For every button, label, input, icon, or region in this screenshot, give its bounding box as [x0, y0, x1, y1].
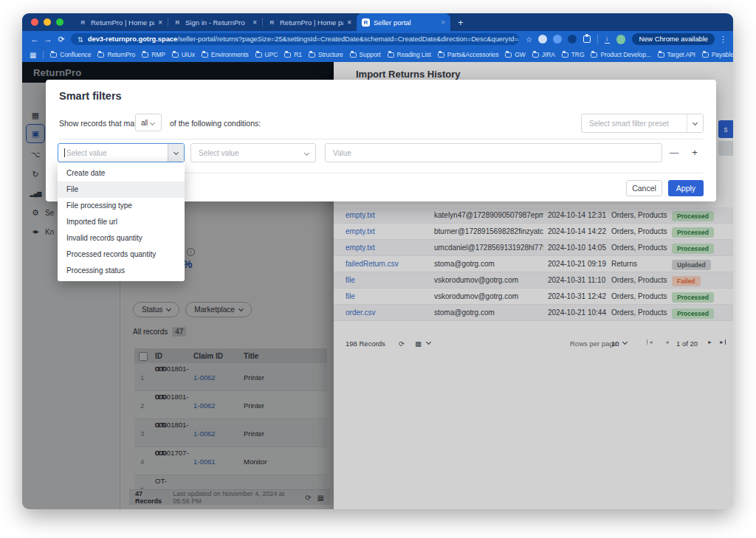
bookmark-parts-accessories[interactable]: Parts&Accessories	[438, 51, 499, 58]
bookmark-environments[interactable]: Environments	[202, 51, 249, 58]
bookmark-star-icon[interactable]: ☆	[526, 35, 532, 44]
bookmark-jira[interactable]: JIRA	[532, 51, 555, 58]
tab-favicon: R	[79, 18, 87, 27]
folder-icon	[284, 52, 291, 58]
bookmark-payable[interactable]: Payable	[702, 51, 733, 58]
url-path: /seller-portal/returns?pageSize=25&setti…	[177, 35, 519, 43]
folder-icon	[702, 52, 709, 58]
folder-icon	[142, 52, 148, 58]
bookmark-r1[interactable]: R1	[284, 51, 302, 58]
condition-field-select[interactable]: Select value	[58, 143, 185, 162]
extension-icon[interactable]	[538, 35, 547, 44]
dropdown-item-invalid-records-quantity[interactable]: Invalid records quantity	[58, 230, 185, 246]
match-suffix-text: of the following conditions:	[170, 119, 261, 128]
modal-title: Smart filters	[59, 90, 122, 102]
tab-title: Seller portal	[374, 18, 437, 27]
tab-close-icon[interactable]: ×	[158, 18, 162, 27]
dropdown-item-create-date[interactable]: Create date	[58, 165, 185, 182]
tab-title: ReturnPro | Home page	[280, 18, 343, 27]
folder-icon	[202, 52, 208, 58]
tab-title: Sign in - ReturnPro	[185, 18, 249, 27]
field-placeholder: Select value	[65, 149, 168, 157]
dropdown-item-imported-file-url[interactable]: Imported file url	[58, 214, 185, 230]
minimize-window-icon[interactable]	[44, 18, 51, 26]
folder-icon	[505, 52, 512, 58]
extensions-puzzle-icon[interactable]	[583, 35, 591, 43]
browser-menu-icon[interactable]: ⋮	[719, 35, 727, 44]
downloads-icon[interactable]: ↓	[605, 35, 610, 44]
profile-avatar[interactable]	[616, 35, 626, 44]
folder-icon	[658, 52, 664, 58]
add-condition-button[interactable]: +	[689, 144, 701, 160]
chevron-down-icon	[687, 114, 703, 132]
condition-operator-select[interactable]: Select value	[190, 143, 316, 162]
tab-title: ReturnPro | Home page	[91, 18, 154, 27]
tab-returnpro-home-1[interactable]: R ReturnPro | Home page ×	[74, 13, 168, 31]
address-bar[interactable]: ⇅ dev3-returnpro.gotrg.space/seller-port…	[71, 33, 519, 45]
folder-icon	[388, 52, 394, 58]
bookmark-reading-list[interactable]: Reading List	[388, 51, 431, 58]
tab-returnpro-home-2[interactable]: R ReturnPro | Home page ×	[263, 13, 357, 31]
new-tab-button[interactable]: +	[458, 17, 464, 28]
bookmark-support[interactable]: Support	[350, 51, 381, 58]
bookmark-product-develop[interactable]: Product Develop...	[591, 51, 650, 58]
bookmarks-bar: ▦ Confluence ReturnPro RMP UiUx Environm…	[22, 47, 733, 62]
preset-placeholder: Select smart filter preset	[582, 120, 687, 128]
tab-sign-in[interactable]: R Sign in - ReturnPro ×	[168, 13, 262, 31]
tab-close-icon[interactable]: ×	[441, 18, 445, 27]
extension-icon[interactable]	[553, 35, 562, 44]
folder-icon	[50, 52, 57, 58]
close-window-icon[interactable]	[31, 18, 38, 26]
value-placeholder: Value	[326, 149, 662, 157]
folder-icon	[591, 52, 597, 58]
bookmarks-divider	[43, 51, 44, 59]
bookmark-target-api[interactable]: Target API	[658, 51, 695, 58]
folder-icon	[438, 52, 444, 58]
tab-close-icon[interactable]: ×	[347, 18, 351, 27]
tab-seller-portal[interactable]: R Seller portal ×	[357, 13, 450, 31]
tab-strip: R ReturnPro | Home page × R Sign in - Re…	[22, 13, 733, 31]
reload-icon[interactable]: ⟳	[55, 35, 68, 44]
tab-favicon: R	[362, 18, 370, 27]
dropdown-item-processing-status[interactable]: Processing status	[58, 263, 185, 279]
preset-select[interactable]: Select smart filter preset	[581, 114, 704, 133]
dropdown-item-file-processing-type[interactable]: File processing type	[58, 198, 185, 214]
bookmark-rmp[interactable]: RMP	[142, 51, 165, 58]
field-dropdown-menu: Create date File File processing type Im…	[58, 162, 185, 281]
bookmark-upc[interactable]: UPC	[255, 51, 278, 58]
bookmark-trg[interactable]: TRG	[562, 51, 585, 58]
back-icon[interactable]: ←	[28, 35, 41, 44]
condition-value-input[interactable]: Value	[325, 143, 662, 162]
bookmark-gw[interactable]: GW	[505, 51, 525, 58]
browser-window: R ReturnPro | Home page × R Sign in - Re…	[22, 13, 733, 509]
bookmark-uiux[interactable]: UiUx	[172, 51, 195, 58]
bookmark-confluence[interactable]: Confluence	[50, 51, 91, 58]
remove-condition-button[interactable]: —	[668, 145, 680, 161]
dropdown-item-file[interactable]: File	[58, 182, 185, 198]
browser-toolbar: ← → ⟳ ⇅ dev3-returnpro.gotrg.space/selle…	[22, 31, 733, 47]
apply-button[interactable]: Apply	[668, 180, 704, 196]
url-domain: dev3-returnpro.gotrg.space	[88, 35, 177, 43]
chevron-down-icon[interactable]	[168, 144, 184, 162]
tab-favicon: R	[268, 18, 276, 27]
bookmark-structure[interactable]: Structure	[309, 51, 343, 58]
extension-icon[interactable]	[568, 35, 577, 44]
dropdown-item-processed-records-quantity[interactable]: Processed records quantity	[58, 246, 185, 263]
folder-icon	[309, 52, 315, 58]
cancel-button[interactable]: Cancel	[626, 180, 662, 196]
url-text: dev3-returnpro.gotrg.space/seller-portal…	[88, 35, 519, 43]
tab-close-icon[interactable]: ×	[252, 18, 257, 27]
match-select[interactable]: all	[135, 114, 162, 131]
maximize-window-icon[interactable]	[56, 18, 63, 26]
match-prefix-text: Show records that match	[59, 119, 145, 128]
folder-icon	[255, 52, 262, 58]
folder-icon	[532, 52, 539, 58]
bookmark-returnpro[interactable]: ReturnPro	[97, 51, 135, 58]
tab-favicon: R	[173, 18, 182, 27]
apps-grid-icon[interactable]: ▦	[30, 51, 36, 59]
app-area: ReturnPro ▦ ▣ ⌥ ↻ ▂▄▆ ⚙ Se ◆ Kn i % Stat…	[22, 62, 733, 509]
site-settings-icon[interactable]: ⇅	[78, 35, 83, 44]
forward-icon[interactable]: →	[41, 35, 55, 44]
chrome-update-button[interactable]: New Chrome available	[632, 33, 715, 45]
folder-icon	[350, 52, 357, 58]
